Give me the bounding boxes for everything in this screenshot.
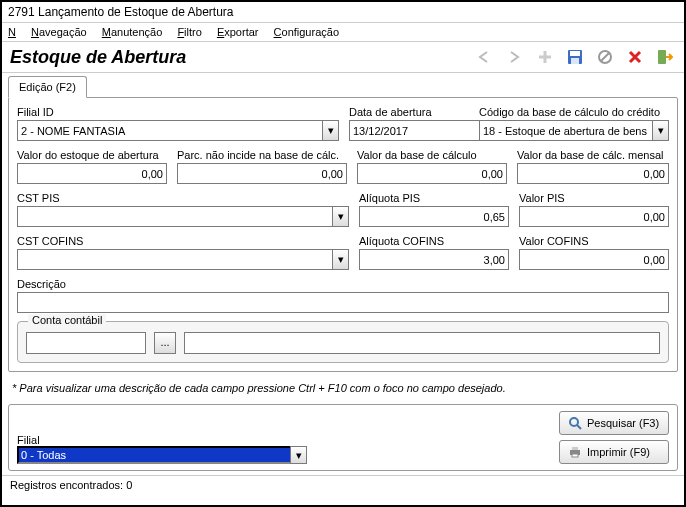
label-aliquota-pis: Alíquota PIS (359, 192, 509, 204)
search-icon (568, 416, 582, 430)
data-abertura-input[interactable] (349, 120, 494, 141)
filial-filter-combo[interactable]: ▾ (17, 446, 307, 464)
codigo-base-input[interactable] (479, 120, 652, 141)
status-bar: Registros encontrados: 0 (2, 475, 684, 494)
cst-cofins-input[interactable] (17, 249, 332, 270)
label-cst-cofins: CST COFINS (17, 235, 349, 247)
filial-id-input[interactable] (17, 120, 322, 141)
page-title: Estoque de Abertura (10, 47, 474, 68)
cst-pis-combo[interactable]: ▾ (17, 206, 349, 227)
conta-descricao-input[interactable] (184, 332, 660, 354)
window-title: 2791 Lançamento de Estoque de Abertura (2, 2, 684, 23)
imprimir-label: Imprimir (F9) (587, 446, 650, 458)
menu-configuracao[interactable]: Configuração (274, 26, 339, 38)
descricao-input[interactable] (17, 292, 669, 313)
valor-base-mensal-input[interactable] (517, 163, 669, 184)
svg-rect-9 (572, 447, 578, 450)
filter-panel: Filial ▾ Pesquisar (F3) Imprimir (F9) (8, 404, 678, 471)
legend-conta-contabil: Conta contábil (28, 314, 106, 326)
delete-button[interactable] (624, 46, 646, 68)
form-panel: Filial ID ▾ Data de abertura ▾ Código da… (8, 97, 678, 372)
svg-rect-10 (572, 454, 578, 457)
label-cst-pis: CST PIS (17, 192, 349, 204)
label-valor-base-mensal: Valor da base de cálc. mensal (517, 149, 669, 161)
label-filial-filter: Filial (17, 434, 549, 446)
label-valor-pis: Valor PIS (519, 192, 669, 204)
label-data-abertura: Data de abertura (349, 106, 469, 118)
filial-id-combo[interactable]: ▾ (17, 120, 339, 141)
menu-bar: Ndocument.currentScript.previousSibling.… (2, 23, 684, 42)
menu-navegacao[interactable]: Ndocument.currentScript.previousSibling.… (8, 26, 16, 38)
conta-contabil-group: Conta contábil ... (17, 321, 669, 363)
menu-filtro[interactable]: Filtro (177, 26, 201, 38)
nav-forward-button[interactable] (504, 46, 526, 68)
save-button[interactable] (564, 46, 586, 68)
conta-codigo-input[interactable] (26, 332, 146, 354)
label-valor-cofins: Valor COFINS (519, 235, 669, 247)
aliquota-cofins-input[interactable] (359, 249, 509, 270)
menu-navegacao[interactable]: Navegação (31, 26, 87, 38)
chevron-down-icon[interactable]: ▾ (332, 206, 349, 227)
label-valor-estoque: Valor do estoque de abertura (17, 149, 167, 161)
cst-pis-input[interactable] (17, 206, 332, 227)
chevron-down-icon[interactable]: ▾ (332, 249, 349, 270)
svg-rect-2 (571, 58, 579, 64)
label-aliquota-cofins: Alíquota COFINS (359, 235, 509, 247)
svg-line-4 (601, 53, 609, 61)
cst-cofins-combo[interactable]: ▾ (17, 249, 349, 270)
codigo-base-combo[interactable]: ▾ (479, 120, 669, 141)
svg-rect-5 (658, 50, 666, 64)
valor-pis-input[interactable] (519, 206, 669, 227)
valor-estoque-input[interactable] (17, 163, 167, 184)
filial-filter-input[interactable] (17, 446, 290, 464)
toolbar (474, 46, 676, 68)
aliquota-pis-input[interactable] (359, 206, 509, 227)
svg-line-7 (577, 425, 581, 429)
chevron-down-icon[interactable]: ▾ (290, 446, 307, 464)
label-filial-id: Filial ID (17, 106, 339, 118)
printer-icon (568, 445, 582, 459)
data-abertura-combo[interactable]: ▾ (349, 120, 469, 141)
pesquisar-label: Pesquisar (F3) (587, 417, 659, 429)
parc-nao-incide-input[interactable] (177, 163, 347, 184)
label-codigo-base: Código da base de cálculo do crédito (479, 106, 669, 118)
chevron-down-icon[interactable]: ▾ (322, 120, 339, 141)
tab-bar: Edição (F2) (2, 73, 684, 97)
chevron-down-icon[interactable]: ▾ (652, 120, 669, 141)
hint-text: * Para visualizar uma descrição de cada … (12, 382, 674, 394)
label-parc-nao-incide: Parc. não incide na base de cálc. (177, 149, 347, 161)
menu-manutencao[interactable]: Manutenção (102, 26, 163, 38)
app-window: 2791 Lançamento de Estoque de Abertura N… (1, 1, 685, 506)
exit-button[interactable] (654, 46, 676, 68)
svg-point-6 (570, 418, 578, 426)
nav-back-button[interactable] (474, 46, 496, 68)
label-valor-base-calc: Valor da base de cálculo (357, 149, 507, 161)
pesquisar-button[interactable]: Pesquisar (F3) (559, 411, 669, 435)
valor-base-calc-input[interactable] (357, 163, 507, 184)
new-button[interactable] (534, 46, 556, 68)
conta-lookup-button[interactable]: ... (154, 332, 176, 354)
label-descricao: Descrição (17, 278, 669, 290)
tab-edicao[interactable]: Edição (F2) (8, 76, 87, 98)
cancel-button[interactable] (594, 46, 616, 68)
imprimir-button[interactable]: Imprimir (F9) (559, 440, 669, 464)
svg-rect-1 (570, 51, 580, 56)
valor-cofins-input[interactable] (519, 249, 669, 270)
header-row: Estoque de Abertura (2, 42, 684, 73)
menu-exportar[interactable]: Exportar (217, 26, 259, 38)
